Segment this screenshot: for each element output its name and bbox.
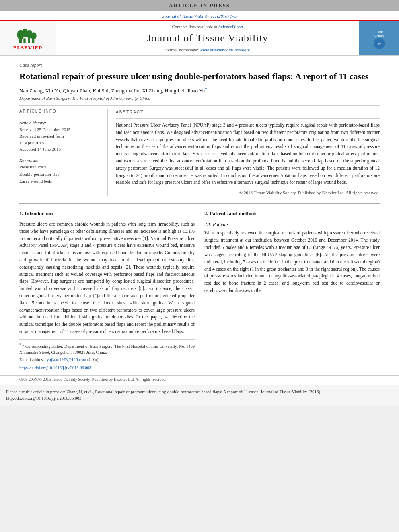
kw2: Double-perforator flap: [19, 171, 102, 178]
keyword-1: Pressure ulcers Double-perforator flap L…: [19, 164, 102, 185]
tissue-viability-logo-icon: Tissue viability TV: [361, 24, 397, 52]
divider-1: [19, 105, 380, 106]
info-abstract-section: ARTICLE INFO Article history: Received 2…: [19, 109, 380, 196]
svg-rect-7: [32, 38, 34, 43]
journal-citation: Journal of Tissue Viability xxx (2016) 1…: [0, 11, 399, 20]
accepted-date: Accepted 14 June 2016: [19, 146, 102, 153]
homepage-label: journal homepage:: [165, 47, 200, 52]
svg-rect-6: [28, 37, 30, 43]
footnote-corresponding: * * Corresponding author. Department of …: [19, 342, 195, 356]
corresponding-sup: *: [205, 86, 207, 91]
kw3: Large wound beds: [19, 178, 102, 185]
revised-date: 17 April 2016: [19, 140, 102, 146]
journal-header: ELSEVIER Contents lists available at Sci…: [0, 20, 399, 56]
footnote-email-line: E-mail address: yujiaao1973@126.com (J. …: [19, 357, 195, 363]
footnote-section: * * Corresponding author. Department of …: [19, 339, 195, 363]
publisher-line: 0965-206X/© 2016 Tissue Viability Societ…: [0, 375, 399, 383]
doi-link[interactable]: http://dx.doi.org/10.1016/j.jtv.2016.06.…: [19, 366, 91, 370]
elsevier-brand-text: ELSEVIER: [13, 45, 43, 51]
article-info-header: ARTICLE INFO: [19, 109, 102, 113]
contents-line: Contents lists available at ScienceDirec…: [172, 24, 243, 29]
history-label: Article history:: [19, 120, 102, 125]
body-section: 1. Introduction Pressure ulcers are comm…: [19, 203, 380, 371]
homepage-line: journal homepage: www.elsevier.com/locat…: [165, 47, 250, 52]
article-info-col: ARTICLE INFO Article history: Received 2…: [19, 109, 108, 196]
divider-info: [19, 117, 102, 117]
footnote-email-suffix: (J. Yu).: [87, 357, 99, 362]
footnote-corresponding-label: * Corresponding author.: [22, 344, 63, 348]
section1-para1: Pressure ulcers are common chronic wound…: [19, 221, 195, 335]
divider-abstract: [116, 118, 380, 119]
article-in-press-banner: ARTICLE IN PRESS: [0, 0, 399, 11]
article-title: Rotational repair of pressure ulcer usin…: [19, 71, 380, 82]
sciencedirect-link[interactable]: ScienceDirect: [218, 24, 243, 29]
elsevier-logo-area: ELSEVIER: [0, 21, 56, 55]
two-col-body: 1. Introduction Pressure ulcers are comm…: [19, 210, 380, 371]
journal-citation-text: Journal of Tissue Viability xxx (2016) 1…: [162, 14, 237, 18]
kw1: Pressure ulcers: [19, 164, 102, 171]
authors: Nan Zhang, Xin Yu, Qiuyan Zhao, Kai Shi,…: [19, 86, 380, 94]
keywords-label: Keywords:: [19, 158, 102, 162]
section2-title: 2. Patients and methods: [204, 210, 380, 218]
footnote-email-label: E-mail address:: [19, 357, 47, 362]
subsection2-1-title: 2.1. Patients: [204, 221, 380, 228]
affiliation: Department of Burn Surgery, The First Ho…: [19, 96, 380, 101]
abstract-col: ABSTRACT National Pressure Ulcer Advisor…: [116, 109, 380, 196]
contents-label: Contents lists available at: [172, 24, 218, 29]
bottom-citation: Please cite this article in press as: Zh…: [0, 385, 399, 405]
body-col-left: 1. Introduction Pressure ulcers are comm…: [19, 210, 195, 371]
main-content: Case report Rotational repair of pressur…: [0, 56, 399, 375]
footnote-email[interactable]: yujiaao1973@126.com: [47, 357, 86, 362]
abstract-text: National Pressure Ulcer Advisory Panel (…: [116, 122, 380, 186]
elsevier-tree-icon: [14, 26, 42, 44]
tissue-viability-logo-area: Tissue viability TV: [359, 21, 399, 55]
svg-text:TV: TV: [378, 43, 381, 45]
received-date: Received 25 December 2015: [19, 126, 102, 133]
homepage-link[interactable]: www.elsevier.com/locate/jtv: [200, 47, 250, 52]
page: ARTICLE IN PRESS Journal of Tissue Viabi…: [0, 0, 399, 405]
svg-rect-5: [23, 38, 25, 43]
revised-label: Received in revised form: [19, 133, 102, 140]
banner-text: ARTICLE IN PRESS: [169, 2, 230, 8]
section1-title: 1. Introduction: [19, 210, 195, 218]
svg-text:Tissue: Tissue: [375, 31, 383, 33]
abstract-header: ABSTRACT: [116, 109, 380, 115]
copyright-line: © 2016 Tissue Viability Society. Publish…: [116, 189, 380, 196]
svg-text:viability: viability: [374, 35, 384, 38]
authors-text: Nan Zhang, Xin Yu, Qiuyan Zhao, Kai Shi,…: [19, 88, 205, 94]
journal-header-center: Contents lists available at ScienceDirec…: [56, 21, 359, 55]
subsection2-1-para1: We retrospectively reviewed the surgical…: [204, 230, 380, 294]
body-col-right: 2. Patients and methods 2.1. Patients We…: [204, 210, 380, 371]
journal-title-header: Journal of Tissue Viability: [147, 32, 268, 44]
doi-line[interactable]: http://dx.doi.org/10.1016/j.jtv.2016.06.…: [19, 365, 195, 371]
case-report-label: Case report: [19, 62, 380, 68]
